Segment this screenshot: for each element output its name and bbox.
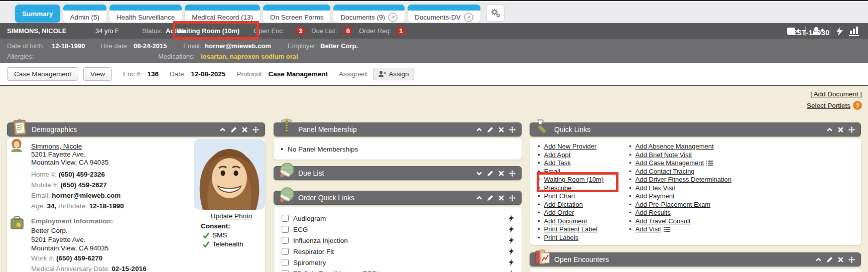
order-item-row: Respirator Fit	[274, 246, 522, 257]
tab-admin[interactable]: Admin (5)	[63, 5, 107, 23]
close-icon[interactable]	[837, 126, 844, 133]
order-req-badge[interactable]: 1	[397, 27, 405, 35]
quick-link-item: Add Case Management	[629, 159, 731, 168]
lightning-icon[interactable]	[509, 259, 514, 266]
move-icon[interactable]	[848, 256, 855, 263]
quick-link[interactable]: Add Flex Visit	[636, 184, 675, 193]
case-management-button[interactable]: Case Management	[7, 67, 78, 81]
lightning-icon[interactable]	[509, 270, 514, 272]
open-enc-badge[interactable]: 3	[296, 27, 305, 35]
lightning-icon[interactable]	[509, 215, 514, 222]
quick-link[interactable]: Email	[544, 168, 561, 176]
close-icon[interactable]	[498, 126, 505, 133]
close-icon[interactable]	[498, 170, 505, 177]
order-checkbox[interactable]	[282, 259, 289, 266]
tab-summary[interactable]: Summary	[15, 5, 60, 23]
quick-link[interactable]: Add Task	[544, 159, 571, 168]
assign-button[interactable]: Assign	[374, 68, 414, 80]
external-link-icon[interactable]	[388, 13, 398, 22]
quick-link[interactable]: Add Contact Tracing	[636, 168, 695, 176]
due-list-badge[interactable]: 6	[344, 27, 352, 35]
edit-icon[interactable]	[487, 126, 493, 133]
quick-link[interactable]: Add Brief Note Visit	[636, 151, 692, 160]
anniversary-value: 02-15-2016	[112, 265, 147, 272]
quick-link[interactable]: Add Case Management	[636, 159, 704, 168]
medications-label: Medications:	[158, 53, 195, 60]
close-icon[interactable]	[837, 256, 844, 263]
medications-value[interactable]: losartan, naproxen sodium oral	[201, 53, 298, 60]
quick-link[interactable]: Print Labels	[544, 234, 579, 242]
quick-link[interactable]: Prescribe	[544, 184, 572, 193]
move-icon[interactable]	[509, 170, 516, 177]
tab-medical-record[interactable]: Medical Record (13)	[185, 5, 260, 23]
expand-icon[interactable]	[476, 170, 482, 177]
patient-name-link[interactable]: Simmons, Nicole	[31, 143, 82, 150]
quick-link[interactable]: Add Appt	[544, 151, 571, 160]
quick-link-item: Add Order	[538, 209, 603, 217]
collapse-icon[interactable]	[219, 126, 226, 133]
move-icon[interactable]	[848, 126, 855, 133]
no-panel-memberships-text: No Panel Memberships	[274, 145, 358, 153]
close-icon[interactable]	[241, 126, 248, 133]
lightning-icon[interactable]	[836, 27, 843, 36]
patient-photo[interactable]	[194, 139, 265, 210]
quick-link[interactable]: Add Order	[544, 209, 574, 217]
birthdate-value: 12-18-1990	[89, 202, 124, 210]
collapse-icon[interactable]	[815, 256, 822, 263]
quick-link[interactable]: Add Payment	[636, 192, 675, 201]
update-photo-link[interactable]: Update Photo	[194, 212, 269, 220]
list-icon	[664, 227, 670, 232]
help-icon[interactable]: ?	[853, 101, 862, 110]
quick-link[interactable]: Add Results	[636, 209, 671, 217]
quick-link[interactable]: Add Document	[544, 217, 587, 226]
tab-on-screen-forms[interactable]: On Screen Forms	[263, 5, 331, 23]
tab-documents[interactable]: Documents (9)	[333, 5, 405, 23]
tab-health-surveillance[interactable]: Health Surveillance	[109, 5, 182, 23]
external-link-icon[interactable]	[464, 13, 473, 22]
edit-icon[interactable]	[487, 195, 493, 201]
quick-link[interactable]: Add Driver Fitness Determination	[636, 176, 731, 184]
order-item-label: ECG	[293, 226, 308, 233]
order-checkbox[interactable]	[282, 215, 289, 222]
quick-link[interactable]: Print Chart	[544, 192, 575, 201]
lightning-icon[interactable]	[509, 248, 514, 255]
protocol-label: Protocol:	[236, 70, 263, 78]
quick-link[interactable]: Add Dictation	[544, 201, 583, 209]
order-checkbox[interactable]	[282, 237, 289, 244]
portlet-title: Order Quick Links	[298, 194, 354, 202]
add-document-link[interactable]: | Add Document |	[810, 90, 862, 98]
address-line: 5201 Fayette Ave.	[31, 151, 193, 159]
quick-link[interactable]: Add Travel Consult	[636, 217, 691, 226]
move-icon[interactable]	[509, 195, 516, 201]
edit-icon[interactable]	[487, 170, 493, 177]
check-icon	[203, 241, 209, 247]
edit-icon[interactable]	[826, 256, 833, 263]
quick-link[interactable]: Add Pre-Placement Exam	[636, 201, 711, 209]
order-checkbox[interactable]	[282, 270, 289, 272]
lightning-icon[interactable]	[509, 226, 514, 233]
order-checkbox[interactable]	[282, 248, 289, 255]
collapse-icon[interactable]	[476, 195, 482, 201]
edit-icon[interactable]	[230, 126, 237, 133]
view-button[interactable]: View	[83, 67, 112, 81]
collapse-icon[interactable]	[826, 126, 833, 133]
tab-documents-dv[interactable]: Documents-DV	[408, 5, 480, 23]
quick-link[interactable]: Add Absence Management	[636, 143, 714, 151]
lightning-icon[interactable]	[509, 237, 514, 244]
address-line: Mountain View, CA 94035	[31, 244, 193, 253]
quick-link[interactable]: Add Visit	[636, 225, 661, 234]
dob-label: Date of birth:	[7, 42, 44, 50]
consent-item-label: SMS	[212, 231, 227, 239]
move-icon[interactable]	[253, 126, 259, 133]
close-icon[interactable]	[498, 195, 505, 201]
quick-link[interactable]: Print Patient Label	[544, 225, 597, 234]
chart-icon[interactable]	[849, 26, 860, 36]
waiting-room-status[interactable]: Waiting Room (10m)	[177, 27, 239, 35]
move-icon[interactable]	[509, 126, 516, 133]
collapse-icon[interactable]	[476, 126, 482, 133]
order-checkbox[interactable]	[282, 226, 289, 233]
settings-button[interactable]	[486, 5, 505, 22]
quick-link[interactable]: Add New Provider	[544, 143, 597, 151]
select-portlets-link[interactable]: Select Portlets	[807, 102, 850, 109]
quick-link[interactable]: Waiting Room (10m)	[544, 176, 604, 184]
